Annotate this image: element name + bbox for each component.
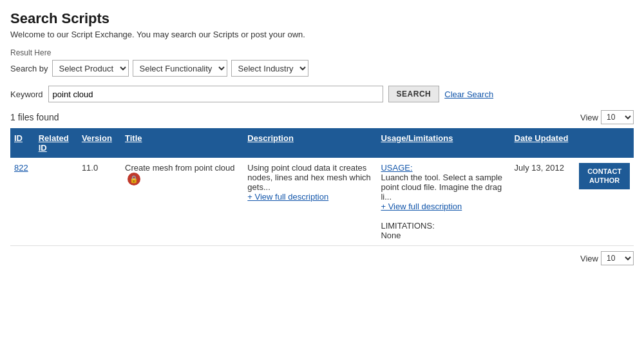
col-title-link[interactable]: Title	[125, 133, 142, 143]
page-title: Search Scripts	[10, 10, 634, 27]
view-label-top: View	[580, 113, 598, 122]
clear-search-link[interactable]: Clear Search	[444, 90, 493, 99]
limitations-value: None	[381, 231, 401, 240]
lock-icon: 🔒	[128, 173, 140, 185]
col-header-related: Related ID	[35, 128, 78, 158]
cell-related	[35, 158, 78, 246]
view-row-top: View 10 25 50 100	[580, 110, 634, 124]
functionality-select[interactable]: Select Functionality	[133, 60, 227, 77]
col-header-usage: Usage/Limitations	[377, 128, 510, 158]
results-table: ID Related ID Version Title Description …	[10, 128, 634, 246]
limitations-label: LIMITATIONS:	[381, 221, 434, 231]
col-id-link[interactable]: ID	[14, 133, 23, 143]
search-by-label: Search by	[10, 64, 48, 73]
col-date-link[interactable]: Date Updated	[515, 133, 569, 143]
usage-label[interactable]: USAGE:	[381, 163, 412, 173]
col-description-link[interactable]: Description	[247, 133, 294, 143]
contact-author-button[interactable]: CONTACT AUTHOR	[579, 163, 630, 189]
keyword-row: Keyword SEARCH Clear Search	[10, 86, 634, 102]
search-by-row: Search by Select Product Select Function…	[10, 60, 634, 77]
col-header-description: Description	[243, 128, 377, 158]
view-label-bottom: View	[580, 254, 598, 263]
usage-view-link[interactable]: + View full description	[381, 202, 462, 211]
col-header-version: Version	[78, 128, 121, 158]
cell-usage: USAGE: Luanch the tool. Select a sample …	[377, 158, 510, 246]
col-header-action	[575, 128, 634, 158]
col-related-link[interactable]: Related ID	[39, 133, 69, 153]
result-label: Result Here	[10, 48, 634, 57]
cell-date: July 13, 2012	[511, 158, 576, 246]
col-version-link[interactable]: Version	[82, 133, 112, 143]
col-header-id: ID	[10, 128, 35, 158]
cell-description: Using point cloud data it creates nodes,…	[243, 158, 377, 246]
product-select[interactable]: Select Product	[52, 60, 129, 77]
cell-title: Create mesh from point cloud 🔒	[121, 158, 243, 246]
id-link[interactable]: 822	[14, 163, 28, 173]
col-header-title: Title	[121, 128, 243, 158]
files-found-text: 1 files found	[10, 112, 59, 122]
col-usage-link[interactable]: Usage/Limitations	[381, 133, 453, 143]
search-button[interactable]: SEARCH	[388, 86, 440, 102]
page-subtitle: Welcome to our Script Exchange. You may …	[10, 30, 634, 39]
keyword-input[interactable]	[48, 86, 383, 102]
cell-id: 822	[10, 158, 35, 246]
col-header-date: Date Updated	[511, 128, 576, 158]
view-row-bottom: View 10 25 50 100	[10, 251, 634, 265]
industry-select[interactable]: Select Industry	[231, 60, 308, 77]
view-count-select-top[interactable]: 10 25 50 100	[601, 110, 634, 124]
cell-action: CONTACT AUTHOR	[575, 158, 634, 246]
view-count-select-bottom[interactable]: 10 25 50 100	[601, 251, 634, 265]
cell-version: 11.0	[78, 158, 121, 246]
files-found-row: 1 files found View 10 25 50 100	[10, 110, 634, 124]
keyword-label: Keyword	[10, 90, 43, 99]
table-row: 822 11.0 Create mesh from point cloud 🔒 …	[10, 158, 634, 246]
description-view-link[interactable]: + View full description	[247, 192, 328, 202]
